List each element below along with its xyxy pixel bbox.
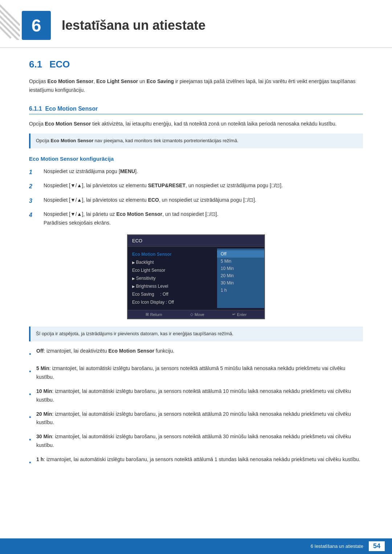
page-number: 54 (369, 541, 385, 551)
step-text-1: Nospiediet uz izstrādājuma pogu [MENU]. (44, 167, 363, 176)
bullet-dot-10min (29, 389, 36, 399)
decorative-stripes (0, 0, 20, 40)
eco-menu-screenshot: ECO Eco Motion Sensor Backlight Eco Ligh… (29, 234, 363, 319)
step-item-2: 2 Nospiediet [▼/▲], lai pārvietotos uz e… (29, 181, 363, 191)
note-text-2: Šī opcija ir atspējota, ja izstrādājums … (36, 331, 233, 336)
eco-dropdown-off: Off (217, 250, 264, 258)
bullet-item-off: Off: izmantojiet, lai deaktivizētu Eco M… (29, 347, 363, 359)
eco-dropdown-10min: 10 Min (217, 265, 264, 272)
bullet-content-off: Off: izmantojiet, lai deaktivizētu Eco M… (36, 347, 363, 356)
note-box-2: Šī opcija ir atspējota, ja izstrādājums … (29, 327, 363, 341)
eco-menu-footer: ⊞ Return ◇ Move ↵ Enter (128, 310, 264, 319)
bullet-content-20min: 20 Min: izmantojiet, lai automātiski izs… (36, 410, 363, 427)
bullet-list: Off: izmantojiet, lai deaktivizētu Eco M… (29, 347, 363, 467)
eco-menu-item-motion-sensor: Eco Motion Sensor (128, 250, 217, 258)
footer-return: ⊞ Return (146, 312, 162, 317)
bullet-dot-20min (29, 412, 36, 422)
eco-menu-item-sensitivity: Sensitivity (128, 274, 217, 282)
eco-menu-right: Off 5 Min 10 Min 20 Min 30 Min 1 h (217, 249, 264, 308)
section-6-1-title: 6.1 ECO (29, 59, 363, 70)
eco-menu-item-saving: Eco Saving : Off (128, 290, 217, 298)
bullet-content-5min: 5 Min: izmantojiet, lai automātiski izsl… (36, 364, 363, 382)
move-label: Move (195, 312, 204, 317)
config-title: Eco Motion Sensor konfigurācija (29, 156, 363, 162)
step-text-2: Nospiediet [▼/▲], lai pārvietotos uz ele… (44, 181, 363, 190)
footer-move: ◇ Move (190, 312, 204, 317)
eco-menu-item-backlight: Backlight (128, 258, 217, 266)
step-item-1: 1 Nospiediet uz izstrādājuma pogu [MENU]… (29, 167, 363, 177)
main-content: 6.1 ECO Opcijas Eco Motion Sensor, Eco L… (0, 59, 392, 502)
step-text-3: Nospiediet [▼/▲], lai pārvietotos uz ele… (44, 196, 363, 205)
chapter-header: 6 Iestatīšana un atiestate (0, 0, 392, 48)
footer-text: 6 Iestatīšana un atiestate (311, 543, 363, 549)
enter-icon: ↵ (232, 312, 236, 317)
chapter-number: 6 (22, 11, 51, 40)
bullet-content-30min: 30 Min: izmantojiet, lai automātiski izs… (36, 432, 363, 450)
section-number: 6.1 (29, 59, 42, 70)
steps-list: 1 Nospiediet uz izstrādājuma pogu [MENU]… (29, 167, 363, 227)
bullet-content-1h: 1 h: izmantojiet, lai automātiski izslēg… (36, 455, 363, 464)
eco-dropdown-1h: 1 h (217, 287, 264, 294)
page-footer: 6 Iestatīšana un atiestate 54 (0, 538, 392, 554)
eco-dropdown-5min: 5 Min (217, 258, 264, 265)
step-item-4: 4 Nospiediet [▼/▲], lai pārietu uz Eco M… (29, 210, 363, 227)
eco-menu-left: Eco Motion Sensor Backlight Eco Light Se… (128, 249, 217, 308)
bullet-item-20min: 20 Min: izmantojiet, lai automātiski izs… (29, 410, 363, 427)
chapter-title: Iestatīšana un atiestate (62, 18, 205, 33)
step-item-3: 3 Nospiediet [▼/▲], lai pārvietotos uz e… (29, 196, 363, 206)
step-number-2: 2 (29, 181, 40, 191)
eco-menu: ECO Eco Motion Sensor Backlight Eco Ligh… (127, 234, 265, 319)
bullet-item-10min: 10 Min: izmantojiet, lai automātiski izs… (29, 387, 363, 405)
bullet-dot-1h (29, 457, 36, 467)
eco-menu-item-brightness: Brightness Level (128, 282, 217, 290)
eco-dropdown-20min: 20 Min (217, 272, 264, 279)
eco-menu-title: ECO (128, 235, 264, 247)
step-number-1: 1 (29, 167, 40, 177)
note-box-1: Opcija Eco Motion Sensor nav pieejama, k… (29, 134, 363, 148)
enter-label: Enter (237, 312, 246, 317)
step-number-3: 3 (29, 196, 40, 206)
bullet-item-30min: 30 Min: izmantojiet, lai automātiski izs… (29, 432, 363, 450)
body-text-1: Opcija Eco Motion Sensor tiek aktivizēta… (29, 120, 363, 128)
intro-paragraph: Opcijas Eco Motion Sensor, Eco Light Sen… (29, 77, 363, 95)
subsection-6-1-1-title: 6.1.1 Eco Motion Sensor (29, 106, 363, 114)
bullet-dot-5min (29, 366, 36, 376)
bullet-dot-30min (29, 435, 36, 444)
step-number-4: 4 (29, 210, 40, 220)
bullet-dot-off (29, 349, 36, 359)
bullet-item-5min: 5 Min: izmantojiet, lai automātiski izsl… (29, 364, 363, 382)
return-icon: ⊞ (146, 312, 149, 317)
return-label: Return (150, 312, 162, 317)
note-text-1: Opcija Eco Motion Sensor nav pieejama, k… (36, 138, 238, 143)
eco-menu-body: Eco Motion Sensor Backlight Eco Light Se… (128, 247, 264, 310)
footer-enter: ↵ Enter (232, 312, 246, 317)
move-icon: ◇ (190, 312, 193, 317)
bullet-content-10min: 10 Min: izmantojiet, lai automātiski izs… (36, 387, 363, 405)
eco-dropdown-30min: 30 Min (217, 279, 264, 287)
step-text-4: Nospiediet [▼/▲], lai pārietu uz Eco Mot… (44, 210, 363, 227)
section-label: ECO (49, 59, 70, 70)
eco-menu-item-light-sensor: Eco Light Sensor (128, 266, 217, 274)
bullet-item-1h: 1 h: izmantojiet, lai automātiski izslēg… (29, 455, 363, 467)
eco-menu-item-icon-display: Eco Icon Display : Off (128, 298, 217, 306)
